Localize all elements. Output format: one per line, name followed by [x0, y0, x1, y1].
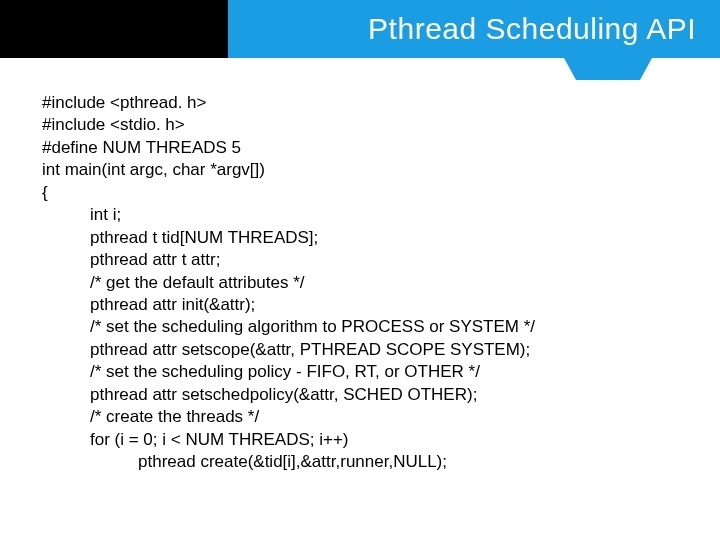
code-line: {: [42, 182, 690, 204]
code-line: pthread t tid[NUM THREADS];: [42, 227, 690, 249]
header-title-band: Pthread Scheduling API: [228, 0, 720, 58]
code-line: pthread attr setschedpolicy(&attr, SCHED…: [42, 384, 690, 406]
slide-title: Pthread Scheduling API: [368, 12, 696, 46]
header-black-block: [0, 0, 228, 58]
code-line: #include <pthread. h>: [42, 92, 690, 114]
code-line: pthread create(&tid[i],&attr,runner,NULL…: [42, 451, 690, 473]
code-line: /* create the threads */: [42, 406, 690, 428]
code-line: pthread attr t attr;: [42, 249, 690, 271]
code-line: int i;: [42, 204, 690, 226]
header-tab: [576, 58, 640, 80]
code-line: int main(int argc, char *argv[]): [42, 159, 690, 181]
code-line: pthread attr init(&attr);: [42, 294, 690, 316]
code-block: #include <pthread. h> #include <stdio. h…: [42, 92, 690, 473]
code-line: #define NUM THREADS 5: [42, 137, 690, 159]
header-tab-triangle-left: [564, 58, 576, 80]
code-line: /* get the default attributes */: [42, 272, 690, 294]
header-tab-triangle-right: [640, 58, 652, 80]
code-line: for (i = 0; i < NUM THREADS; i++): [42, 429, 690, 451]
code-line: /* set the scheduling policy - FIFO, RT,…: [42, 361, 690, 383]
code-line: pthread attr setscope(&attr, PTHREAD SCO…: [42, 339, 690, 361]
slide-header: Pthread Scheduling API: [0, 0, 720, 64]
code-line: /* set the scheduling algorithm to PROCE…: [42, 316, 690, 338]
code-line: #include <stdio. h>: [42, 114, 690, 136]
